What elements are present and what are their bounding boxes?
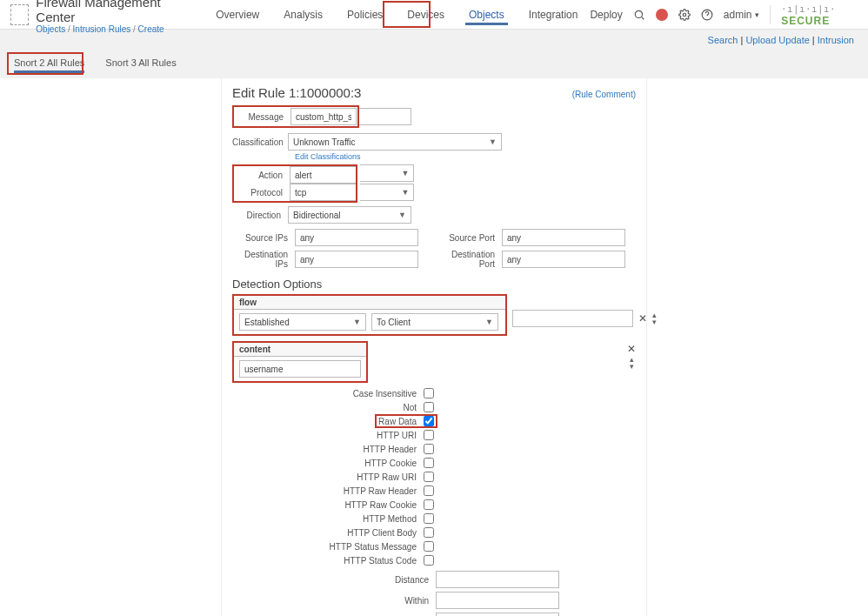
nav-integration[interactable]: Integration: [517, 0, 591, 29]
label-within: Within: [404, 596, 429, 606]
flow-option-name: flow: [239, 298, 257, 307]
app-title: Firewall Management Center: [36, 0, 183, 24]
breadcrumb: Objects / Intrusion Rules / Create: [36, 24, 183, 34]
label-distance: Distance: [395, 575, 429, 585]
flow-established-select[interactable]: Established▼: [239, 313, 366, 331]
direction-select[interactable]: Bidirectional▼: [288, 206, 411, 224]
nav-devices[interactable]: Devices: [395, 0, 457, 29]
cb-label-http-raw-header: HTTP Raw Header: [344, 486, 417, 496]
offset-input[interactable]: [436, 613, 559, 616]
label-action: Action: [234, 171, 290, 180]
app-logo-icon: [10, 4, 29, 25]
label-direction: Direction: [232, 211, 288, 220]
protocol-select[interactable]: tcp: [290, 184, 356, 201]
content-option-name: content: [239, 345, 270, 354]
label-message: Message: [235, 112, 290, 122]
detection-options-heading: Detection Options: [232, 278, 636, 291]
cb-http-uri[interactable]: [424, 430, 434, 440]
cb-label-case-insensitive: Case Insensitive: [353, 389, 417, 398]
cb-http-status-code[interactable]: [424, 555, 434, 566]
cb-http-method[interactable]: [424, 513, 434, 524]
breadcrumb-intrusion-rules[interactable]: Intrusion Rules: [73, 24, 131, 34]
link-search[interactable]: Search: [708, 35, 738, 45]
cb-case-insensitive[interactable]: [424, 388, 434, 398]
action-select[interactable]: alert: [290, 166, 356, 184]
cb-http-raw-uri[interactable]: [424, 472, 434, 482]
label-protocol: Protocol: [234, 188, 290, 198]
label-dst-ips: Destination IPs: [232, 250, 295, 269]
action-select-caret[interactable]: ▼: [360, 164, 414, 182]
admin-menu[interactable]: admin▾: [724, 9, 760, 21]
cb-http-cookie[interactable]: [424, 458, 434, 468]
cb-http-raw-header[interactable]: [424, 485, 434, 496]
cb-label-http-header: HTTP Header: [363, 445, 417, 454]
tab-snort3[interactable]: Snort 3 All Rules: [105, 57, 176, 73]
cb-label-http-raw-uri: HTTP Raw URI: [357, 472, 417, 482]
cb-raw-data[interactable]: [424, 416, 434, 426]
breadcrumb-objects[interactable]: Objects: [36, 24, 65, 34]
cb-label-http-raw-cookie: HTTP Raw Cookie: [344, 500, 417, 510]
label-src-port: Source Port: [439, 233, 502, 243]
cb-label-http-method: HTTP Method: [363, 514, 417, 524]
cb-not[interactable]: [424, 402, 434, 412]
protocol-select-caret[interactable]: ▼: [360, 184, 414, 201]
message-input[interactable]: [290, 108, 357, 125]
help-icon[interactable]: [701, 8, 713, 22]
nav-policies[interactable]: Policies: [335, 0, 395, 29]
svg-line-1: [641, 17, 644, 19]
src-port-input[interactable]: [502, 229, 625, 246]
edit-classifications-link[interactable]: Edit Classifications: [295, 152, 636, 161]
cb-http-raw-cookie[interactable]: [424, 499, 434, 510]
cb-http-client-body[interactable]: [424, 527, 434, 538]
cb-label-http-cookie: HTTP Cookie: [364, 459, 417, 468]
cb-label-http-client-body: HTTP Client Body: [347, 528, 417, 538]
cb-label-not: Not: [403, 403, 417, 412]
content-value-input[interactable]: [239, 360, 361, 378]
flow-remove-icon[interactable]: ✕: [638, 312, 647, 325]
breadcrumb-create[interactable]: Create: [138, 24, 164, 34]
within-input[interactable]: [436, 592, 559, 609]
nav-analysis[interactable]: Analysis: [271, 0, 335, 29]
tab-snort2[interactable]: Snort 2 All Rules: [14, 57, 84, 73]
cb-label-http-status-code: HTTP Status Code: [344, 556, 417, 566]
cb-http-header[interactable]: [424, 444, 434, 454]
cb-http-status-message[interactable]: [424, 541, 434, 552]
rule-comment-link[interactable]: (Rule Comment): [572, 90, 636, 99]
link-intrusion[interactable]: Intrusion: [818, 35, 854, 45]
content-reorder-icon[interactable]: ▴▾: [630, 356, 634, 370]
link-upload-update[interactable]: Upload Update: [745, 35, 809, 45]
brand-cisco: ·ı|ı·ı|ı· SECURE: [781, 3, 858, 27]
notification-icon[interactable]: [656, 8, 668, 22]
flow-extra-input[interactable]: [512, 310, 633, 327]
flow-reorder-icon[interactable]: ▴▾: [652, 311, 657, 325]
label-src-ips: Source IPs: [232, 233, 295, 243]
search-icon[interactable]: [633, 8, 645, 22]
svg-point-2: [683, 13, 686, 17]
nav-overview[interactable]: Overview: [204, 0, 271, 29]
distance-input[interactable]: [436, 571, 559, 588]
dst-port-input[interactable]: [502, 251, 625, 268]
content-remove-icon[interactable]: ✕: [627, 343, 636, 355]
cb-label-http-status-message: HTTP Status Message: [330, 542, 417, 552]
deploy-link[interactable]: Deploy: [590, 9, 622, 21]
svg-point-0: [635, 10, 642, 17]
label-classification: Classification: [232, 137, 288, 147]
gear-icon[interactable]: [678, 8, 691, 22]
classification-select[interactable]: Unknown Traffic▼: [288, 133, 502, 151]
edit-rule-title: Edit Rule 1:1000000:3: [232, 85, 361, 100]
src-ips-input[interactable]: [295, 229, 418, 246]
nav-objects[interactable]: Objects: [457, 0, 517, 29]
dst-ips-input[interactable]: [295, 251, 418, 268]
cb-label-raw-data: Raw Data: [378, 417, 417, 426]
label-dst-port: Destination Port: [439, 250, 502, 269]
cb-label-http-uri: HTTP URI: [377, 431, 417, 440]
separator: [770, 5, 771, 24]
flow-toclient-select[interactable]: To Client▼: [371, 313, 498, 331]
